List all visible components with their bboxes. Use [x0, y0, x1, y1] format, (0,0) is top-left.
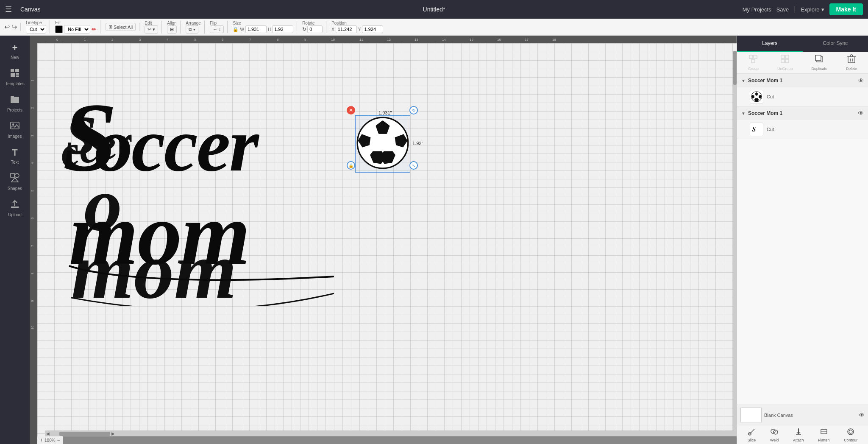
size-w-input[interactable]: 1.931: [245, 25, 267, 33]
sidebar-item-images[interactable]: Images: [2, 117, 28, 142]
zoom-out-button[interactable]: −: [57, 437, 60, 443]
svg-text:6: 6: [31, 217, 34, 219]
blank-canvas-preview: [740, 408, 762, 422]
layer-eye-2[interactable]: 👁: [858, 110, 864, 117]
sidebar-item-projects-label: Projects: [7, 108, 22, 112]
undo-button[interactable]: ↩: [4, 23, 10, 31]
lock-handle[interactable]: 🔒: [347, 161, 355, 170]
size-label: Size: [233, 21, 293, 25]
rotate-handle[interactable]: ↻: [409, 106, 418, 114]
layer-group-1: ▼ Soccer Mom 1 👁 Cut: [737, 74, 868, 106]
redo-button[interactable]: ↪: [11, 23, 17, 31]
rotate-input[interactable]: 0: [307, 25, 323, 33]
layer-eye-1[interactable]: 👁: [858, 77, 864, 84]
lock-icon: 🔒: [348, 163, 353, 168]
zoom-in-button[interactable]: +: [40, 437, 43, 443]
make-it-button[interactable]: Make It: [829, 3, 863, 15]
group-action[interactable]: Group: [748, 54, 759, 71]
blank-canvas-eye[interactable]: 👁: [859, 412, 865, 419]
panel-actions: Group UnGroup: [737, 52, 868, 74]
select-all-button[interactable]: ⊞ Select All: [106, 23, 136, 31]
arrange-button[interactable]: ⧉ ▾: [186, 25, 198, 34]
duplicate-icon: [815, 54, 824, 66]
attach-tool[interactable]: Attach: [793, 428, 804, 442]
edit-button[interactable]: ✂ ▾: [145, 25, 158, 34]
scroll-left-arrow[interactable]: ◀: [45, 431, 51, 436]
pos-x-input[interactable]: 11.242: [336, 25, 357, 33]
upload-icon: [10, 199, 19, 211]
fill-select[interactable]: No Fill: [64, 25, 90, 34]
tab-layers[interactable]: Layers: [737, 36, 803, 52]
soccer-ball-svg[interactable]: [355, 115, 410, 170]
layer-item-2[interactable]: S Cut: [737, 120, 868, 139]
divider: |: [794, 6, 796, 13]
horizontal-scrollbar[interactable]: ◀ ▶: [45, 430, 737, 436]
my-projects-button[interactable]: My Projects: [743, 6, 771, 13]
svg-text:13: 13: [415, 38, 418, 42]
size-h-input[interactable]: 1.92: [272, 25, 293, 33]
layer-item-1-label: Cut: [767, 94, 864, 99]
layer-item-1[interactable]: Cut: [737, 87, 868, 106]
svg-text:14: 14: [442, 38, 446, 42]
pos-y-input[interactable]: 1.924: [362, 25, 383, 33]
soccer-mom-text-art[interactable]: s o ccer mom: [58, 69, 355, 306]
sidebar-item-upload[interactable]: Upload: [2, 196, 28, 221]
delete-handle[interactable]: ✕: [347, 106, 355, 114]
weld-tool[interactable]: Weld: [770, 428, 779, 442]
svg-text:7: 7: [249, 38, 251, 42]
vscroll-thumb[interactable]: [733, 51, 737, 85]
sidebar-item-text[interactable]: T Text: [2, 144, 28, 168]
ungroup-action[interactable]: UnGroup: [777, 54, 793, 71]
align-button[interactable]: ⊟: [167, 25, 177, 34]
sidebar-item-upload-label: Upload: [8, 212, 22, 217]
svg-point-10: [15, 173, 19, 178]
scale-handle[interactable]: ⤡: [409, 161, 418, 170]
flip-button[interactable]: ↔ ↕: [210, 25, 224, 33]
sidebar-item-shapes[interactable]: Shapes: [2, 170, 28, 194]
canvas-area[interactable]: // Ruler ticks drawn via SVG 0 1 2 3 4 5…: [30, 36, 737, 444]
svg-text:8: 8: [31, 272, 34, 274]
contour-icon: [847, 428, 854, 437]
save-button[interactable]: Save: [776, 6, 789, 13]
templates-icon: [10, 68, 19, 80]
linetype-select[interactable]: Cut: [26, 25, 46, 34]
svg-rect-3: [16, 73, 19, 75]
svg-point-81: [771, 429, 775, 433]
canvas-workspace[interactable]: s o ccer mom S occer mom: [37, 43, 737, 436]
hscroll-thumb[interactable]: [59, 432, 110, 436]
chevron-down-icon: ▾: [821, 6, 824, 13]
svg-text:10: 10: [331, 38, 335, 42]
panel-bottom: Blank Canvas 👁: [737, 404, 868, 426]
duplicate-action[interactable]: Duplicate: [811, 54, 827, 71]
flatten-tool[interactable]: Flatten: [818, 428, 830, 442]
layer-group-2-header[interactable]: ▼ Soccer Mom 1 👁: [737, 106, 868, 120]
layer-group-1-header[interactable]: ▼ Soccer Mom 1 👁: [737, 74, 868, 87]
fill-pen-icon[interactable]: ✏: [92, 26, 97, 33]
menu-icon[interactable]: ☰: [5, 5, 12, 14]
tab-color-sync[interactable]: Color Sync: [803, 36, 868, 52]
svg-rect-63: [751, 59, 755, 63]
fill-color-swatch[interactable]: [55, 25, 63, 33]
delete-action[interactable]: Delete: [846, 54, 857, 71]
app-title: Canvas: [20, 6, 40, 13]
svg-text:6: 6: [222, 38, 224, 42]
slice-tool[interactable]: Slice: [748, 428, 756, 442]
size-lock-icon[interactable]: 🔒: [233, 27, 239, 32]
scroll-right-arrow[interactable]: ▶: [110, 431, 116, 436]
contour-tool[interactable]: Contour: [844, 428, 857, 442]
svg-rect-7: [11, 122, 19, 129]
pos-x-label: X: [331, 27, 334, 32]
sidebar-item-templates[interactable]: Templates: [2, 65, 28, 89]
sidebar-item-projects[interactable]: Projects: [2, 91, 28, 116]
layer-thumb-2: S: [750, 123, 763, 136]
svg-rect-2: [11, 73, 15, 77]
explore-button[interactable]: Explore ▾: [801, 6, 824, 13]
vertical-scrollbar[interactable]: [733, 51, 737, 430]
layer-group-1-title: Soccer Mom 1: [748, 78, 855, 84]
pos-y-label: Y: [358, 27, 361, 32]
close-icon: ✕: [349, 107, 353, 113]
svg-rect-61: [749, 55, 753, 59]
left-sidebar: + New Templates Proje: [0, 36, 30, 444]
sidebar-item-new[interactable]: + New: [2, 39, 28, 63]
attach-icon: [795, 428, 802, 437]
